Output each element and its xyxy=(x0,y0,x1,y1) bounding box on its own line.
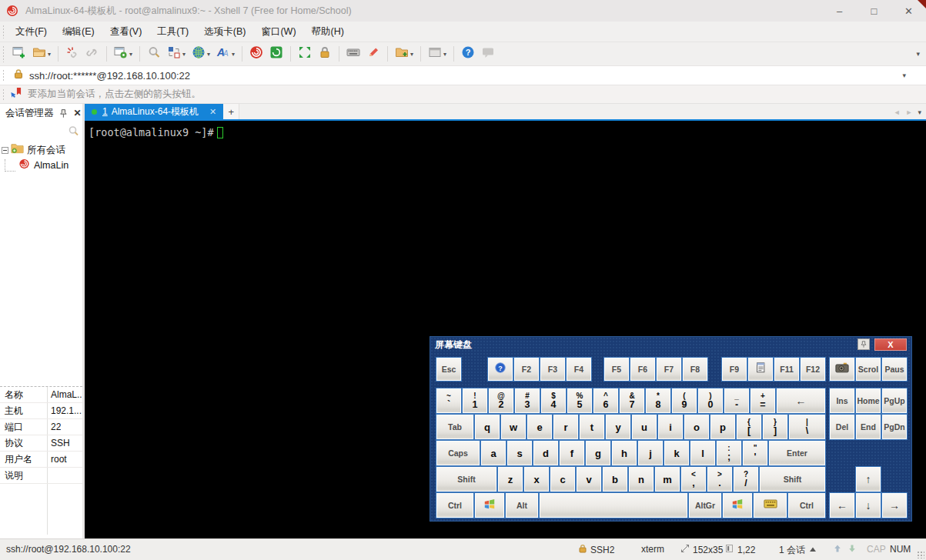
key-arrow-right[interactable]: → xyxy=(881,492,908,518)
key-t[interactable]: t xyxy=(579,414,605,440)
key-h[interactable]: h xyxy=(611,440,637,466)
highlighter-button[interactable] xyxy=(364,45,383,63)
key-j[interactable]: j xyxy=(637,440,664,466)
address-bar[interactable]: ssh://root:******@192.168.10.100:22 ▾ xyxy=(0,65,926,85)
key-6[interactable]: ^6 xyxy=(593,388,619,414)
key-u[interactable]: u xyxy=(631,414,657,440)
key-f[interactable]: f xyxy=(559,440,585,466)
drop-up-icon[interactable] xyxy=(808,545,817,556)
key-f1[interactable]: ? xyxy=(487,357,513,382)
tab-scroll-left-icon[interactable]: ◄ xyxy=(894,108,901,116)
key-lbracket[interactable]: {[ xyxy=(736,414,762,440)
dropdown-chevron-icon[interactable]: ▾ xyxy=(232,51,235,58)
maximize-button[interactable]: □ xyxy=(857,0,891,22)
xshell-button[interactable] xyxy=(247,45,266,63)
key-equals[interactable]: += xyxy=(750,388,776,414)
status-cursor-pos[interactable]: 1,22 xyxy=(725,544,755,555)
key-d[interactable]: d xyxy=(533,440,559,466)
key-home[interactable]: Home xyxy=(855,388,881,414)
key-n[interactable]: n xyxy=(628,466,654,492)
new-session-button[interactable] xyxy=(10,45,28,63)
key-ins[interactable]: Ins xyxy=(829,388,855,414)
search-icon[interactable] xyxy=(68,125,79,137)
key-y[interactable]: y xyxy=(605,414,631,440)
key-minus[interactable]: _- xyxy=(724,388,750,414)
key-i[interactable]: i xyxy=(657,414,684,440)
dropdown-chevron-icon[interactable]: ▾ xyxy=(443,51,446,58)
key-2[interactable]: @2 xyxy=(488,388,514,414)
key-b[interactable]: b xyxy=(602,466,628,492)
key-caps[interactable]: Caps xyxy=(436,440,480,466)
dropdown-chevron-icon[interactable]: ▾ xyxy=(129,51,132,58)
key-alt[interactable]: Alt xyxy=(505,492,539,518)
key-arrow-down[interactable]: ↓ xyxy=(855,492,881,518)
session-properties-button[interactable]: ▾ xyxy=(112,45,135,63)
help-button[interactable]: ? xyxy=(459,45,477,63)
key-f2[interactable]: F2 xyxy=(513,357,540,382)
dropdown-chevron-icon[interactable]: ▾ xyxy=(48,51,51,58)
minimize-button[interactable]: – xyxy=(822,0,857,22)
key-r[interactable]: r xyxy=(553,414,579,440)
key-x[interactable]: x xyxy=(523,466,550,492)
tab-scroll-right-icon[interactable]: ► xyxy=(906,108,913,116)
tab-close-icon[interactable]: ✕ xyxy=(209,107,216,117)
key-del[interactable]: Del xyxy=(829,414,855,440)
key-e[interactable]: e xyxy=(527,414,553,440)
key-tab[interactable]: Tab xyxy=(436,414,474,440)
key-a[interactable]: a xyxy=(480,440,506,466)
key-f7[interactable]: F7 xyxy=(656,357,682,382)
menu-view[interactable]: 查看(V) xyxy=(102,22,150,42)
dropdown-chevron-icon[interactable]: ▾ xyxy=(207,51,210,58)
window-layout-button[interactable]: ▾ xyxy=(426,45,449,63)
key-f5[interactable]: F5 xyxy=(603,357,630,382)
key-end[interactable]: End xyxy=(855,414,881,440)
key-0[interactable]: )0 xyxy=(697,388,724,414)
key-c[interactable]: c xyxy=(550,466,576,492)
status-caps-lock[interactable]: CAP xyxy=(867,544,886,555)
dropdown-chevron-icon[interactable]: ▾ xyxy=(182,51,186,58)
tree-node-all-sessions[interactable]: 所有会话 xyxy=(0,142,82,158)
menu-window[interactable]: 窗口(W) xyxy=(253,22,303,42)
address-dropdown-chevron[interactable]: ▾ xyxy=(902,72,906,79)
key-f9[interactable]: F9 xyxy=(721,357,747,382)
key-p[interactable]: p xyxy=(710,414,736,440)
key-v[interactable]: v xyxy=(576,466,602,492)
status-session-count[interactable]: 1 会话 xyxy=(779,544,817,557)
status-size[interactable]: 152x35 xyxy=(680,544,723,555)
key-9[interactable]: (9 xyxy=(671,388,697,414)
key-4[interactable]: $4 xyxy=(540,388,567,414)
new-terminal-button[interactable]: ▾ xyxy=(165,45,188,63)
keyboard-pin-button[interactable] xyxy=(857,338,870,350)
key-scrol[interactable]: Scrol xyxy=(855,357,881,382)
key-o[interactable]: o xyxy=(684,414,710,440)
xftp-button[interactable] xyxy=(267,45,286,63)
resize-grip[interactable] xyxy=(917,551,924,558)
menu-file[interactable]: 文件(F) xyxy=(8,22,55,42)
key-f8[interactable]: F8 xyxy=(682,357,708,382)
status-net-down[interactable] xyxy=(847,544,857,555)
key-semicolon[interactable]: :; xyxy=(716,440,742,466)
close-panel-button[interactable]: ✕ xyxy=(72,108,82,118)
key-arrow-up[interactable]: ↑ xyxy=(855,466,881,492)
reconnect-button[interactable] xyxy=(83,45,102,63)
menu-help[interactable]: 帮助(H) xyxy=(304,22,352,42)
dropdown-chevron-icon[interactable]: ▾ xyxy=(410,51,413,58)
key-ctrl-left[interactable]: Ctrl xyxy=(436,492,474,518)
key-prtsc[interactable] xyxy=(829,357,855,382)
key-enter[interactable]: Enter xyxy=(768,440,826,466)
key-s[interactable]: s xyxy=(506,440,533,466)
key-paus[interactable]: Paus xyxy=(881,357,908,382)
key-f6[interactable]: F6 xyxy=(630,357,656,382)
key-slash[interactable]: ?/ xyxy=(733,466,759,492)
key-shift-left[interactable]: Shift xyxy=(436,466,497,492)
virtual-keyboard-button[interactable] xyxy=(344,45,363,63)
key-f12[interactable]: F12 xyxy=(800,357,826,382)
key-l[interactable]: l xyxy=(690,440,716,466)
key-win-right[interactable] xyxy=(722,492,753,518)
new-file-transfer-button[interactable]: ▾ xyxy=(393,45,416,63)
status-net-up[interactable] xyxy=(833,544,842,555)
key-ctrl-right[interactable]: Ctrl xyxy=(787,492,826,518)
key-backtick[interactable]: ~` xyxy=(436,388,462,414)
pin-panel-button[interactable] xyxy=(59,108,69,118)
key-f4[interactable]: F4 xyxy=(566,357,592,382)
